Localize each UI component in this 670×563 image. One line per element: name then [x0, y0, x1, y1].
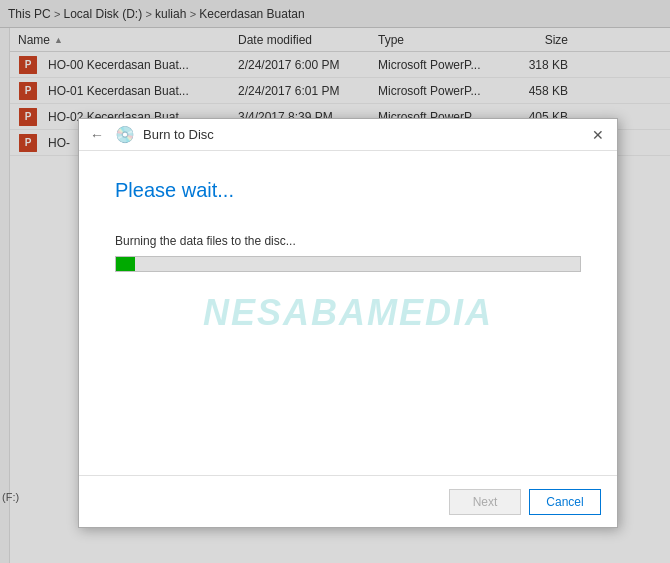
burn-to-disc-dialog: ← 💿 Burn to Disc ✕ NESABAMEDIA Please wa… — [78, 118, 618, 528]
close-button[interactable]: ✕ — [587, 124, 609, 146]
watermark: NESABAMEDIA — [203, 292, 493, 334]
back-button[interactable]: ← — [87, 125, 107, 145]
dialog-footer: Next Cancel — [79, 475, 617, 527]
disc-icon: 💿 — [115, 125, 135, 145]
cancel-button[interactable]: Cancel — [529, 489, 601, 515]
explorer-window: This PC > Local Disk (D:) > kuliah > Kec… — [0, 0, 670, 563]
progress-bar-fill — [116, 257, 135, 271]
burn-progress-label: Burning the data files to the disc... — [115, 234, 581, 248]
progress-bar — [115, 256, 581, 272]
next-button[interactable]: Next — [449, 489, 521, 515]
status-text: Please wait... — [115, 179, 581, 202]
dialog-titlebar: ← 💿 Burn to Disc ✕ — [79, 119, 617, 151]
dialog-title: Burn to Disc — [143, 127, 214, 142]
dialog-body: NESABAMEDIA Please wait... Burning the d… — [79, 151, 617, 475]
